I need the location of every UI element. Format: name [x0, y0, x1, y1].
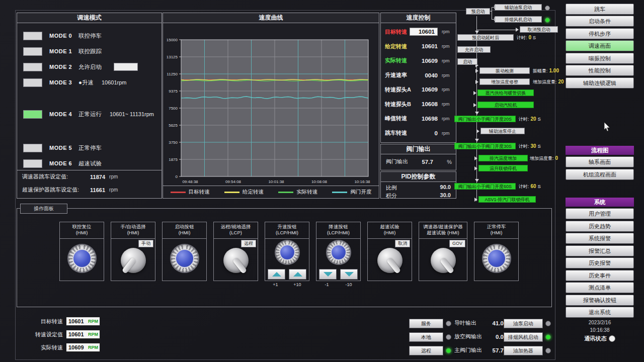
sidebar-btn-停机步序[interactable]: 停机步序 [566, 28, 634, 39]
status-left-row-0: 目标转速10601RPM [32, 317, 100, 326]
mode-indicator-1[interactable] [23, 47, 42, 56]
selector-knob[interactable] [377, 248, 403, 273]
sidebar-btn-机组流程画面[interactable]: 机组流程画面 [566, 169, 634, 180]
op-cell-手/自动选择: 手/自动选择(HMI)手动 [111, 222, 155, 281]
push-button-face [331, 244, 347, 260]
status-btn-服务[interactable]: 服务 [409, 319, 443, 328]
operation-cells: 联控复位(HMI)手/自动选择(HMI)手动启动按钮(HMI)远程/就地选择(L… [59, 222, 519, 281]
pid-proportional-row: 比例 90.0 [386, 184, 451, 192]
sidebar-btn-报警确认按钮[interactable]: 报警确认按钮 [566, 295, 634, 306]
pid-proportional-label: 比例 [386, 184, 397, 192]
op-cell-联控复位: 联控复位(HMI) [59, 222, 104, 281]
sidebar-header-system: 系统 [566, 198, 634, 207]
sidebar-btn-历史趋势[interactable]: 历史趋势 [566, 221, 634, 232]
flow-node-7: 振动检测 [479, 67, 530, 74]
sidebar-btn-退出系统[interactable]: 退出系统 [566, 307, 634, 318]
sidebar-btn-用户管理[interactable]: 用户管理 [566, 208, 634, 219]
flow-node-counter: 振幅量:1.00 [533, 68, 560, 74]
arrow-button-row [265, 269, 309, 280]
status-left-unit: RPM [88, 345, 100, 350]
speed-row-value: 10609 [414, 86, 438, 93]
status-btn-排烟风机启动[interactable]: 排烟风机启动 [504, 332, 543, 342]
sidebar-btn-调速画面[interactable]: 调速画面 [566, 40, 634, 51]
mode-indicator-6[interactable] [23, 159, 42, 168]
speed-row-label: 目标转速 [385, 28, 410, 36]
sidebar-btn-轴系画面[interactable]: 轴系画面 [566, 156, 634, 167]
push-button[interactable] [68, 245, 96, 272]
sidebar-btn-启动条件[interactable]: 启动条件 [566, 16, 634, 27]
status-left-label: 转速设定值 [32, 331, 63, 338]
valve-output-unit: % [447, 159, 452, 165]
mode-indicator-3[interactable] [23, 78, 42, 87]
push-button[interactable] [171, 245, 198, 272]
sidebar-btn-辅助连锁逻辑[interactable]: 辅助连锁逻辑 [566, 77, 634, 88]
arrow-button-+1[interactable] [268, 269, 285, 280]
sidebar-btn-系统报警[interactable]: 系统报警 [566, 233, 634, 244]
status-bar: 目标转速10601RPM转速设定值10601RPM实际转速10609RPM服务本… [17, 313, 552, 359]
speed-row-value[interactable]: 10601 [410, 28, 438, 36]
mode-indicator-0[interactable] [23, 32, 42, 40]
op-cell-降速按钮: 降速按钮(LCP/HMI)-1-10 [316, 222, 361, 281]
status-btn-远程[interactable]: 远程 [409, 346, 443, 355]
sidebar-btn-历史事件[interactable]: 历史事件 [566, 270, 634, 281]
op-cell-远程/就地选择: 远程/就地选择(LCP)远程 [213, 222, 258, 281]
selector-knob[interactable] [121, 248, 146, 273]
selector-knob[interactable] [223, 248, 249, 273]
op-cell-启动按钮: 启动按钮(HMI) [162, 222, 207, 281]
mode-name: MODE 0 [49, 33, 78, 39]
sidebar-btn-跳车[interactable]: 跳车 [566, 4, 634, 15]
selector-knob-handle [440, 257, 455, 274]
sidebar-btn-历史报警[interactable]: 历史报警 [566, 257, 634, 268]
arrow-button-+10[interactable] [289, 269, 306, 280]
push-button-face [487, 249, 506, 268]
mode-indicator-5[interactable] [23, 144, 42, 152]
op-cell-title: 超速试验(HMI) [368, 222, 412, 239]
speed-rows: 目标转速10601rpm给定转速10601rpm实际转速10609rpm升速速率… [381, 23, 456, 142]
valve-output-row: 阀门输出 57.7 % [386, 158, 452, 165]
status-left-valuebox: 10609RPM [66, 343, 100, 352]
mode-name: MODE 1 [49, 48, 78, 54]
arrow-button--10[interactable] [340, 269, 358, 280]
flow-line [476, 30, 517, 30]
status-btn-油泵启动[interactable]: 油泵启动 [504, 319, 543, 328]
status-btn-油加热器[interactable]: 油加热器 [504, 346, 543, 355]
sidebar-btn-报警汇总[interactable]: 报警汇总 [566, 245, 634, 256]
op-cell-超速试验: 超速试验(HMI)取消 [367, 222, 412, 281]
speed-row-label: 实际转速 [385, 57, 414, 64]
pid-proportional-value: 90.0 [440, 184, 451, 192]
flow-arrow-right [475, 69, 478, 73]
push-button[interactable] [276, 241, 299, 264]
mode-indicator-2[interactable] [23, 63, 42, 71]
sidebar-btn-测点清单[interactable]: 测点清单 [566, 282, 634, 293]
op-cell-body: 手动 [111, 239, 155, 281]
flow-node-8: 增加温度修整 [479, 78, 530, 85]
status-btn-本地[interactable]: 本地 [409, 332, 443, 342]
push-button[interactable] [327, 241, 350, 264]
mode-row-4: MODE 4正常运行10601~ 11131rpm [23, 110, 154, 118]
legend-item-1: 给定转速 [224, 189, 264, 196]
svg-text:9375: 9375 [169, 89, 178, 94]
op-cell-body [474, 239, 518, 281]
arrow-button--1[interactable] [319, 269, 337, 280]
push-button-face [175, 249, 194, 268]
push-button[interactable] [483, 245, 510, 272]
operation-panel-tab: 操作面板 [20, 204, 67, 214]
mode-name: MODE 6 [49, 160, 78, 166]
mode-name: MODE 4 [49, 111, 78, 117]
op-cell-body [316, 239, 360, 281]
mode-indicator-4[interactable] [23, 110, 42, 119]
legend-label: 实际转速 [296, 189, 317, 196]
flow-arrow-right [474, 156, 477, 160]
status-dot-本地 [446, 334, 451, 340]
legend-swatch [224, 192, 239, 193]
flow-node-5: 允许启动 [457, 46, 491, 53]
svg-text:7500: 7500 [169, 106, 178, 111]
governor-trip-setpoint: 调速器跳车设定值: 11874 rpm [22, 173, 118, 180]
selector-knob[interactable] [431, 248, 456, 273]
speed-row-label: 转速探头A [385, 86, 414, 94]
sidebar-header-flow: 流程图 [566, 146, 634, 155]
status-left-unit: RPM [88, 319, 100, 324]
sidebar-btn-喘振控制[interactable]: 喘振控制 [566, 53, 634, 64]
sidebar-btn-性能控制[interactable]: 性能控制 [566, 65, 634, 76]
pid-integral-row: 积分 30.0 [386, 192, 451, 200]
